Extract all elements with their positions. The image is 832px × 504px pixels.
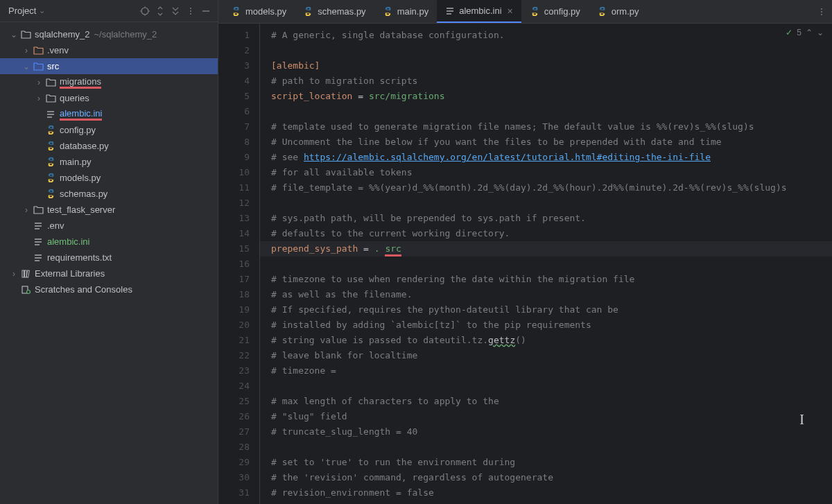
line-number[interactable]: 16 xyxy=(218,257,250,272)
tree-item[interactable]: External Libraries xyxy=(0,266,218,281)
tree-arrow-icon[interactable] xyxy=(8,30,19,40)
code-line[interactable]: # leave blank for localtime xyxy=(271,348,832,363)
line-number[interactable]: 5 xyxy=(218,89,250,104)
expand-collapse-icon[interactable] xyxy=(153,3,168,19)
tree-item[interactable]: .env xyxy=(0,218,218,234)
line-number[interactable]: 24 xyxy=(218,379,250,394)
editor-tab[interactable]: models.py xyxy=(223,0,295,23)
code-line[interactable] xyxy=(271,104,832,119)
code-line[interactable] xyxy=(271,257,832,272)
code-editor[interactable]: ✓ 5 ⌃ ⌄ 12345678910111213141516171819202… xyxy=(218,24,832,504)
code-line[interactable]: # revision_environment = false xyxy=(271,485,832,501)
line-number[interactable]: 26 xyxy=(218,409,250,424)
line-number[interactable]: 30 xyxy=(218,470,250,485)
project-tree[interactable]: sqlalchemy_2~/sqlalchemy_2 .venv src mig… xyxy=(0,22,218,302)
line-number[interactable]: 29 xyxy=(218,455,250,470)
tree-arrow-icon[interactable] xyxy=(21,46,32,55)
code-line[interactable] xyxy=(271,501,832,504)
tab-more-options-icon[interactable] xyxy=(811,0,832,23)
code-line[interactable]: # for all available tokens xyxy=(271,165,832,180)
line-number[interactable]: 3 xyxy=(218,58,250,73)
tree-item[interactable]: alembic.ini xyxy=(0,106,218,122)
line-gutter[interactable]: 1234567891011121314151617181920212223242… xyxy=(218,24,260,504)
code-line[interactable]: # string value is passed to dateutil.tz.… xyxy=(271,333,832,348)
code-line[interactable]: # see https://alembic.sqlalchemy.org/en/… xyxy=(271,150,832,165)
prev-problem-icon[interactable]: ⌃ xyxy=(806,28,813,37)
line-number[interactable]: 12 xyxy=(218,195,250,211)
line-number[interactable]: 31 xyxy=(218,485,250,501)
code-line[interactable]: # defaults to the current working direct… xyxy=(271,226,832,241)
editor-tab[interactable]: alembic.ini× xyxy=(437,0,521,23)
code-line[interactable]: # template used to generate migration fi… xyxy=(271,119,832,134)
tree-item[interactable]: Scratches and Consoles xyxy=(0,281,218,297)
code-line[interactable]: # file_template = %%(year)d_%%(month).2d… xyxy=(271,180,832,195)
line-number[interactable]: 23 xyxy=(218,363,250,379)
line-number[interactable]: 20 xyxy=(218,318,250,333)
line-number[interactable]: 4 xyxy=(218,73,250,89)
code-line[interactable]: # timezone to use when rendering the dat… xyxy=(271,272,832,287)
code-line[interactable]: # A generic, single database configurati… xyxy=(271,28,832,43)
line-number[interactable]: 13 xyxy=(218,211,250,226)
code-line[interactable] xyxy=(271,43,832,58)
code-line[interactable]: # as well as the filename. xyxy=(271,287,832,302)
tree-arrow-icon[interactable] xyxy=(21,205,32,215)
tree-item[interactable]: src xyxy=(0,58,218,74)
tree-item[interactable]: .venv xyxy=(0,42,218,58)
line-number[interactable]: 19 xyxy=(218,302,250,318)
line-number[interactable]: 14 xyxy=(218,226,250,241)
close-tab-icon[interactable]: × xyxy=(508,6,513,17)
editor-tab[interactable]: orm.py xyxy=(589,0,648,23)
editor-tab[interactable]: config.py xyxy=(521,0,589,23)
tree-item[interactable]: queries xyxy=(0,90,218,106)
line-number[interactable]: 1 xyxy=(218,28,250,43)
line-number[interactable]: 25 xyxy=(218,394,250,409)
hide-toolwindow-icon[interactable] xyxy=(198,3,214,19)
line-number[interactable]: 28 xyxy=(218,440,250,455)
tree-arrow-icon[interactable] xyxy=(8,269,19,279)
line-number[interactable]: 27 xyxy=(218,424,250,440)
code-line[interactable]: # installed by adding `alembic[tz]` to t… xyxy=(271,318,832,333)
code-line[interactable]: [alembic] xyxy=(271,58,832,73)
line-number[interactable]: 2 xyxy=(218,43,250,58)
code-line[interactable]: # the 'revision' command, regardless of … xyxy=(271,470,832,485)
tree-item[interactable]: schemas.py xyxy=(0,186,218,202)
tree-item[interactable]: test_flask_server xyxy=(0,202,218,218)
code-line[interactable]: prepend_sys_path = . src xyxy=(260,241,832,257)
editor-tab[interactable]: schemas.py xyxy=(295,0,374,23)
tree-item[interactable]: config.py xyxy=(0,122,218,138)
line-number[interactable]: 7 xyxy=(218,119,250,134)
locate-icon[interactable] xyxy=(137,3,153,19)
line-number[interactable]: 9 xyxy=(218,150,250,165)
tree-arrow-icon[interactable] xyxy=(33,78,44,87)
code-line[interactable]: # Uncomment the line below if you want t… xyxy=(271,134,832,150)
tree-item[interactable]: migrations xyxy=(0,74,218,90)
collapse-all-icon[interactable] xyxy=(168,3,183,19)
code-line[interactable]: # max length of characters to apply to t… xyxy=(271,394,832,409)
tree-item[interactable]: models.py xyxy=(0,170,218,186)
code-line[interactable]: # set to 'true' to run the environment d… xyxy=(271,455,832,470)
tree-arrow-icon[interactable] xyxy=(21,62,32,71)
tree-arrow-icon[interactable] xyxy=(33,94,44,103)
editor-tab[interactable]: main.py xyxy=(374,0,437,23)
code-line[interactable]: # If specified, requires the python-date… xyxy=(271,302,832,318)
line-number[interactable]: 17 xyxy=(218,272,250,287)
line-number[interactable]: 8 xyxy=(218,134,250,150)
code-line[interactable]: script_location = src/migrations xyxy=(271,89,832,104)
code-line[interactable]: # path to migration scripts xyxy=(271,73,832,89)
line-number[interactable]: 11 xyxy=(218,180,250,195)
code-line[interactable] xyxy=(271,195,832,211)
more-options-icon[interactable] xyxy=(183,3,198,19)
code-line[interactable]: # sys.path path, will be prepended to sy… xyxy=(271,211,832,226)
project-title[interactable]: Project ⌄ xyxy=(8,6,45,16)
tree-item[interactable]: sqlalchemy_2~/sqlalchemy_2 xyxy=(0,26,218,42)
tree-item[interactable]: main.py xyxy=(0,154,218,170)
code-content[interactable]: # A generic, single database configurati… xyxy=(260,24,832,504)
line-number[interactable]: 10 xyxy=(218,165,250,180)
tree-item[interactable]: alembic.ini xyxy=(0,234,218,250)
code-line[interactable]: # "slug" field xyxy=(271,409,832,424)
tree-item[interactable]: requirements.txt xyxy=(0,250,218,266)
line-number[interactable]: 15 xyxy=(218,241,250,257)
line-number[interactable]: 21 xyxy=(218,333,250,348)
line-number[interactable]: 22 xyxy=(218,348,250,363)
line-number[interactable]: 18 xyxy=(218,287,250,302)
